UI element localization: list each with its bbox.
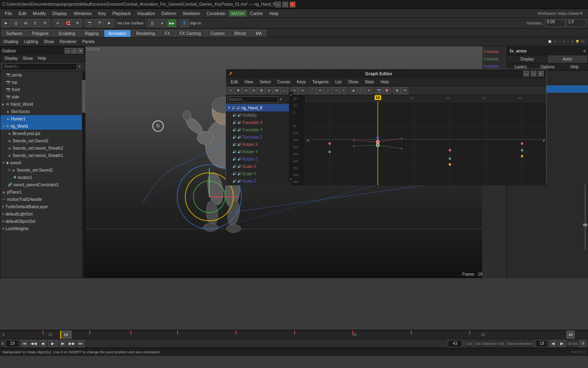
translate-x-input[interactable]: 0.00 (545, 19, 565, 27)
ge-menu-edit[interactable]: Edit (228, 80, 241, 84)
outliner-item-motiontrail[interactable]: — motionTrail1Handle (0, 196, 85, 203)
pb-end-input[interactable] (448, 340, 462, 347)
ge-tool-frame-all[interactable]: ⊡ (250, 87, 257, 94)
timeline-playhead[interactable] (60, 331, 61, 339)
outliner-item-handworld[interactable]: ▶ ⊞ Hand_World (0, 100, 85, 108)
ge-tool-frame-sel[interactable]: ⊞ (258, 87, 265, 94)
key-rx-9[interactable] (328, 142, 331, 145)
ge-tool-post-infinity[interactable]: ↪ (299, 87, 306, 94)
menu-deform[interactable]: Deform (158, 10, 179, 17)
rp-subtab-help[interactable]: Help (561, 63, 588, 70)
ge-tool-grid[interactable]: ⊞ (393, 87, 401, 94)
ge-tool-flat-tangent[interactable]: — (281, 87, 288, 94)
pb-fps-input[interactable] (536, 340, 548, 347)
menu-constrain[interactable]: Constrain (203, 10, 229, 17)
outliner-item-sword2[interactable]: ▼ ▲ Swords_set:Sword2 (0, 166, 85, 174)
ge-tool-select[interactable]: ↖ (227, 87, 234, 94)
outliner-item-defaultobjectset[interactable]: ● defaultObjectSet (0, 218, 85, 225)
tangent-handle-right-rx[interactable] (401, 138, 403, 139)
outliner-item-skinsocks[interactable]: ▲ SkinSocks (0, 108, 85, 115)
ge-tool-sync[interactable]: ⟳ (401, 87, 408, 94)
outliner-item-lockweights[interactable]: ● LockWeights (0, 225, 85, 232)
toolbar-snap-btn[interactable]: ⊞ (53, 19, 62, 27)
outliner-minimize[interactable]: — (65, 48, 70, 54)
ge-sidebar-scroll[interactable]: ▲ ▼ (289, 92, 293, 182)
menu-windows[interactable]: Windows (70, 10, 95, 17)
menu-mash[interactable]: MASH (229, 10, 247, 17)
ge-channel-scalex[interactable]: 🔊 🔊 Scale X (226, 163, 291, 170)
pb-goto-end[interactable]: ⏭ (77, 340, 85, 347)
menu-key[interactable]: Key (95, 10, 109, 17)
ge-channel-rotatey[interactable]: 🔊 🔊 Rotate Y (226, 148, 291, 155)
ge-tool-key[interactable]: ♦ (265, 87, 273, 94)
menu-visualize[interactable]: Visualize (134, 10, 158, 17)
ge-menu-select[interactable]: Select (256, 80, 274, 84)
pb-start-input[interactable] (5, 340, 20, 347)
pb-fps-prev[interactable]: ◀ (549, 340, 557, 347)
menu-modify[interactable]: Modify (30, 10, 49, 17)
key-ry-40[interactable] (521, 149, 523, 151)
lighting-menu[interactable]: Lighting (22, 39, 40, 44)
renderer-menu[interactable]: Renderer (58, 39, 78, 44)
menu-skeleton[interactable]: Skeleton (179, 10, 203, 17)
outliner-item-top[interactable]: 📷 top (0, 78, 85, 86)
outliner-item-sheath1[interactable]: ▲ Swords_set:sword_Sheath1 (0, 152, 85, 159)
tangent-handle-right-ry[interactable] (401, 148, 403, 149)
pb-fps-next[interactable]: ▶ (558, 340, 566, 347)
ge-channel-rotatex[interactable]: 🔊 🔊 Rotate X (226, 141, 291, 148)
ge-menu-tangents[interactable]: Tangents (309, 80, 332, 84)
toolbar-anim[interactable]: ▶ (105, 19, 114, 27)
outliner-scroll-thumb[interactable] (82, 80, 85, 113)
outliner-search-dropdown[interactable]: ▼ (78, 65, 81, 68)
pb-play[interactable]: ▶ (48, 340, 58, 347)
ge-menu-help[interactable]: Help (377, 80, 392, 84)
ge-close[interactable]: ✕ (538, 71, 544, 76)
ge-tool-buffer[interactable]: ⬛ (358, 87, 365, 94)
rp-tab-display[interactable]: Display (507, 55, 548, 63)
tab-sculpting[interactable]: Sculpting (54, 30, 80, 37)
timeline-end-frame[interactable]: 43 (566, 331, 575, 339)
ge-channel-translatex[interactable]: 🔊 🔊 Translate X (226, 119, 291, 126)
ge-tool-tangent-type[interactable]: ⌒ (309, 87, 316, 94)
tab-bifrost[interactable]: Bifrost (230, 30, 250, 37)
menu-help[interactable]: Help (266, 10, 282, 17)
outliner-item-sword[interactable]: ▼ ◆ sword (0, 159, 85, 166)
outliner-item-side[interactable]: 📷 side (0, 93, 85, 100)
outliner-item-turtlelayer[interactable]: ● TurtleDefaultBakeLayer (0, 203, 85, 210)
ge-search-dropdown[interactable]: ▼ (279, 98, 282, 101)
ge-channel-translatey[interactable]: 🔊 🔊 Translate Y (226, 126, 291, 133)
ge-tool-weighted[interactable]: ◈ (350, 87, 357, 94)
outliner-item-defaultlightset[interactable]: ● defaultLightSet (0, 210, 85, 218)
toolbar-btn-1[interactable]: Q (11, 19, 20, 27)
ge-channel-scaley[interactable]: 🔊 🔊 Scale Y (226, 170, 291, 177)
maximize-button[interactable]: □ (282, 2, 288, 7)
tangent-handle-left-ry[interactable] (353, 145, 354, 147)
ge-tool-scale[interactable]: ⇔ (242, 87, 250, 94)
tab-surfaces[interactable]: Surfaces (2, 30, 26, 37)
toolbar-key-btn[interactable]: ♦ (158, 19, 167, 27)
outliner-item-front[interactable]: 📷 front (0, 86, 85, 93)
ge-node-righandlf[interactable]: ▼ 🔊 🔊 rig_Hand_lf (226, 104, 291, 111)
key-extra-30[interactable] (449, 163, 451, 166)
outliner-item-hunter1[interactable]: ▲ Hunter1 (0, 115, 85, 122)
menu-file[interactable]: File (2, 10, 15, 17)
ge-left-arrow[interactable]: ◀ (306, 95, 310, 185)
outliner-scrollbar[interactable] (82, 72, 85, 278)
pb-next-frame[interactable]: ▶ (59, 340, 67, 347)
toolbar-camera[interactable]: 📷 (85, 19, 94, 27)
tangent-handle-left-rx[interactable] (353, 139, 354, 141)
menu-cache[interactable]: Cache (247, 10, 266, 17)
tab-fx-caching[interactable]: FX Caching (175, 30, 205, 37)
outliner-maximize[interactable]: □ (71, 48, 77, 54)
ge-tool-break-tangent[interactable]: ⋈ (273, 87, 280, 94)
ge-tool-normalize[interactable]: ≡ (365, 87, 373, 94)
outliner-item-parentconstraint[interactable]: 🔗 sword_parentConstraint1 (0, 181, 85, 188)
translate-y-input[interactable]: 1.0 (566, 19, 586, 27)
ge-tool-step[interactable]: ⊣ (332, 87, 339, 94)
tab-rigging[interactable]: Rigging (80, 30, 103, 37)
toolbar-magnet[interactable]: 🧲 (63, 19, 72, 27)
tab-rendering[interactable]: Rendering (132, 30, 159, 37)
ge-right-arrow[interactable]: ▶ (542, 95, 546, 185)
outliner-item-locator1[interactable]: ✚ locator1 (0, 174, 85, 181)
ge-tool-move[interactable]: ✥ (234, 87, 242, 94)
